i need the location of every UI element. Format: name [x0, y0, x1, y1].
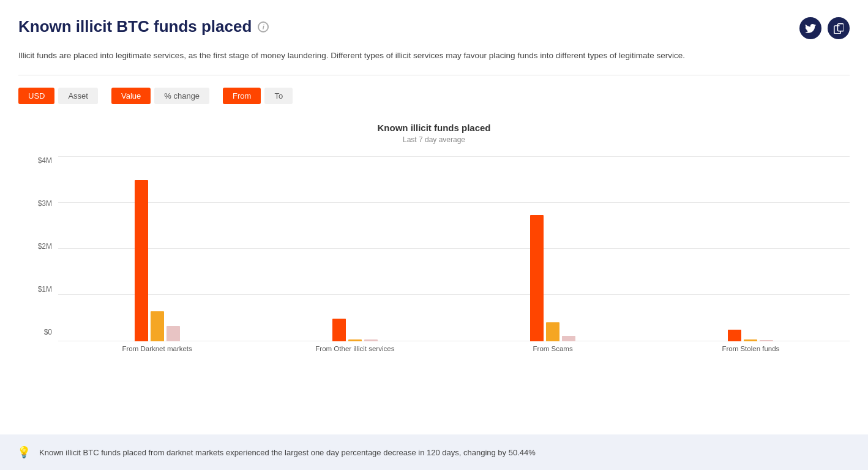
chart-inner: From Darknet marketsFrom Other illicit s…: [58, 156, 850, 352]
bar-group: [58, 156, 256, 341]
svg-rect-0: [837, 24, 844, 31]
bar-3-2: [760, 340, 773, 341]
y-axis-label: $3M: [38, 199, 52, 208]
bar-2-2: [562, 336, 575, 341]
copy-button[interactable]: [828, 17, 850, 39]
controls-row: USD Asset Value % change From To: [18, 88, 850, 104]
chart-title: Known illicit funds placed: [18, 123, 850, 133]
asset-button[interactable]: Asset: [58, 88, 98, 104]
x-labels: From Darknet marketsFrom Other illicit s…: [58, 345, 850, 352]
main-content: Known illicit BTC funds placed i Illicit…: [0, 0, 868, 371]
x-axis-label: From Stolen funds: [652, 345, 850, 352]
x-axis-label: From Scams: [454, 345, 652, 352]
from-button[interactable]: From: [223, 88, 261, 104]
description: Illicit funds are placed into legitimate…: [18, 49, 692, 63]
x-axis-label: From Darknet markets: [58, 345, 256, 352]
bar-group: [256, 156, 454, 341]
chart-area: $4M$3M$2M$1M$0 From Darknet marketsFrom …: [31, 156, 850, 352]
bar-0-0: [135, 180, 148, 341]
bar-0-1: [151, 311, 164, 341]
bar-group: [454, 156, 652, 341]
bar-3-0: [728, 330, 741, 341]
divider: [18, 75, 850, 75]
bar-1-1: [348, 339, 362, 341]
bar-1-0: [332, 319, 346, 341]
to-button[interactable]: To: [264, 88, 293, 104]
usd-button[interactable]: USD: [18, 88, 54, 104]
bar-0-2: [166, 326, 180, 341]
grid-and-bars: [58, 156, 850, 341]
y-axis-label: $2M: [38, 242, 52, 251]
y-axis-label: $1M: [38, 285, 52, 294]
header-row: Known illicit BTC funds placed i: [18, 17, 850, 39]
lightbulb-icon: 💡: [17, 445, 31, 459]
pct-change-button[interactable]: % change: [154, 88, 209, 104]
twitter-button[interactable]: [799, 17, 821, 39]
bar-2-0: [530, 215, 544, 341]
y-axis-label: $4M: [38, 156, 52, 165]
bar-group: [652, 156, 850, 341]
bars-row: [58, 156, 850, 341]
info-icon[interactable]: i: [258, 21, 269, 32]
value-button[interactable]: Value: [111, 88, 151, 104]
page-title: Known illicit BTC funds placed: [18, 17, 252, 36]
chart-subtitle: Last 7 day average: [18, 135, 850, 144]
footer-insight: Known illicit BTC funds placed from dark…: [39, 448, 536, 457]
bar-1-2: [364, 339, 378, 341]
chart-container: Known illicit funds placed Last 7 day av…: [18, 116, 850, 358]
y-axis-label: $0: [44, 328, 52, 336]
header-icons: [799, 17, 850, 39]
bar-3-1: [744, 339, 757, 341]
x-axis-label: From Other illicit services: [256, 345, 454, 352]
y-axis: $4M$3M$2M$1M$0: [31, 156, 58, 352]
bar-2-1: [546, 322, 559, 341]
footer-bar: 💡 Known illicit BTC funds placed from da…: [0, 434, 868, 470]
